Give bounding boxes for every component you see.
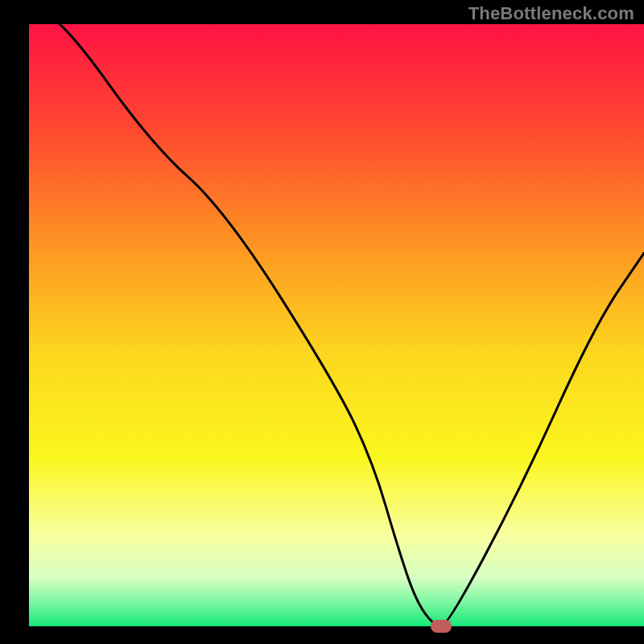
gradient-background <box>29 24 644 626</box>
optimal-point-marker <box>431 620 452 633</box>
watermark-text: TheBottleneck.com <box>469 3 634 24</box>
plot-svg <box>0 0 644 644</box>
chart-frame: TheBottleneck.com <box>0 0 644 644</box>
